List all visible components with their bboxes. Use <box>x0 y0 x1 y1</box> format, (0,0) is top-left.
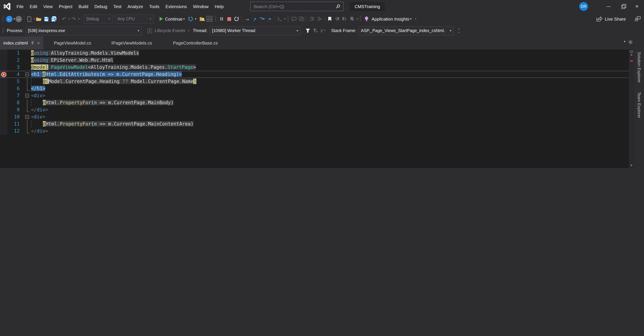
find-in-files-button[interactable] <box>198 15 206 22</box>
previous-bookmark-button[interactable] <box>334 15 341 22</box>
fold-collapse-icon[interactable]: − <box>25 115 29 119</box>
navigate-forward-button[interactable]: → <box>15 15 22 22</box>
redo-chevron[interactable]: ▾ <box>78 17 80 20</box>
send-feedback-icon[interactable] <box>634 16 641 22</box>
continue-icon[interactable] <box>158 15 165 22</box>
comment-button[interactable] <box>290 15 298 22</box>
right-tool-strip: Solution Explorer Team Explorer <box>634 36 644 168</box>
close-button[interactable]: × <box>630 1 644 12</box>
next-bookmark-button[interactable] <box>341 15 348 22</box>
pin-tab-icon[interactable] <box>31 41 34 45</box>
new-file-chevron[interactable]: ▾ <box>34 17 35 20</box>
open-folder-button[interactable] <box>35 15 42 22</box>
toolbar-grip[interactable] <box>288 16 289 22</box>
editor-options-gear-icon[interactable] <box>628 40 633 44</box>
solution-configuration-dropdown[interactable]: Debug▾ <box>84 14 113 24</box>
restore-button[interactable] <box>616 1 630 12</box>
menu-window[interactable]: Window <box>190 2 212 10</box>
continue-chevron[interactable]: ▾ <box>183 17 185 20</box>
toolbar-grip[interactable] <box>360 16 361 22</box>
thread-dropdown[interactable]: [10980] Worker Thread▾ <box>209 26 301 35</box>
undo-chevron[interactable]: ▾ <box>68 17 70 20</box>
menu-edit[interactable]: Edit <box>27 2 40 10</box>
redo-button[interactable]: ↷ <box>70 15 78 22</box>
stack-frame-dropdown[interactable]: ASP._Page_Views_StartPage_index_cshtml.▾ <box>358 26 454 35</box>
save-all-button[interactable] <box>50 15 57 22</box>
menu-extensions[interactable]: Extensions <box>162 2 190 10</box>
filter-flagged-icon[interactable] <box>312 27 319 34</box>
step-out-button[interactable]: ↑ <box>266 15 273 22</box>
toolbar-grip[interactable] <box>2 16 4 22</box>
code-cleanup-chevron[interactable]: ▾ <box>284 17 286 20</box>
fold-collapse-icon[interactable]: − <box>25 72 29 76</box>
application-insights-icon[interactable] <box>363 15 370 22</box>
save-button[interactable] <box>42 15 50 22</box>
debug-location-overflow-chevron[interactable]: ▾▾ <box>458 27 460 34</box>
menu-file[interactable]: File <box>14 2 27 10</box>
filter-threads-icon[interactable] <box>304 27 312 34</box>
process-dropdown[interactable]: [536] iisexpress.exe▾ <box>25 26 142 35</box>
minimize-button[interactable]: — <box>602 1 616 12</box>
show-next-statement-button[interactable]: → <box>243 15 251 22</box>
splitter-handle[interactable] <box>630 50 633 51</box>
scroll-up-icon[interactable]: ▲ <box>631 52 632 57</box>
code-editor[interactable]: 1 @using AlloyTraining.Models.ViewModels… <box>0 50 634 168</box>
uncomment-button[interactable] <box>298 15 305 22</box>
suspend-threads-icon[interactable] <box>319 27 326 34</box>
stop-debugging-button[interactable] <box>225 15 233 22</box>
quick-search-input[interactable]: Search (Ctrl+Q) <box>250 2 344 11</box>
menu-project[interactable]: Project <box>56 2 76 10</box>
lifecycle-events-chevron[interactable]: ▾ <box>188 29 190 32</box>
visual-studio-logo <box>3 2 12 11</box>
breakpoint-hit-icon[interactable] <box>1 72 6 77</box>
tab-index-cshtml[interactable]: index.cshtml × <box>0 36 43 50</box>
menu-debug[interactable]: Debug <box>91 2 110 10</box>
close-tab-icon[interactable]: × <box>37 40 40 46</box>
restart-chevron[interactable]: ▾ <box>195 17 196 20</box>
toggle-bookmark-button[interactable] <box>326 15 334 22</box>
tab-team-explorer[interactable]: Team Explorer <box>637 92 642 118</box>
solution-name[interactable]: CMSTraining <box>350 2 385 11</box>
toolbar-grip[interactable] <box>2 28 4 34</box>
lifecycle-events-icon[interactable] <box>146 27 153 34</box>
undo-button[interactable]: ↶ <box>60 15 68 22</box>
clear-bookmarks-button[interactable] <box>348 15 356 22</box>
restart-debugging-button[interactable] <box>233 15 240 22</box>
continue-button[interactable]: Continue <box>165 16 182 22</box>
menu-view[interactable]: View <box>40 2 56 10</box>
menu-help[interactable]: Help <box>212 2 227 10</box>
code-cleanup-button[interactable] <box>276 15 283 22</box>
tab-pageviewmodel-cs[interactable]: PageViewModel.cs <box>50 36 95 50</box>
toolbar-grip[interactable] <box>215 16 216 22</box>
application-insights-chevron[interactable]: ▾ <box>410 17 412 20</box>
tab-solution-explorer[interactable]: Solution Explorer <box>637 52 642 83</box>
toolbar-overflow-chevron[interactable]: ▾ <box>415 17 416 20</box>
scroll-down-icon[interactable]: ▼ <box>631 162 632 168</box>
bookmark-overflow-chevron[interactable]: ▾ <box>356 17 358 20</box>
application-insights-button[interactable]: Application Insights <box>372 16 409 22</box>
menu-analyze[interactable]: Analyze <box>124 2 146 10</box>
navigate-back-button[interactable]: ← <box>6 15 13 22</box>
solution-platform-dropdown[interactable]: Any CPU▾ <box>115 14 154 24</box>
tab-ipageviewmodels-cs[interactable]: IPageViewModels.cs <box>108 36 155 50</box>
tab-pagecontrollerbase-cs[interactable]: PageControllerBase.cs <box>170 36 221 50</box>
pause-button[interactable] <box>218 15 225 22</box>
fold-collapse-icon[interactable]: − <box>25 94 29 98</box>
browser-home-button[interactable] <box>206 15 213 22</box>
menu-test[interactable]: Test <box>110 2 124 10</box>
step-over-button[interactable]: ↷ <box>258 15 266 22</box>
live-share-button[interactable]: Live Share <box>605 16 626 22</box>
debug-location-toolbar: Process: [536] iisexpress.exe▾ Lifecycle… <box>0 25 644 36</box>
restart-button[interactable] <box>187 15 194 22</box>
menu-build[interactable]: Build <box>76 2 92 10</box>
editor-vertical-scrollbar[interactable]: ▲ ▼ <box>629 50 634 168</box>
menu-tools[interactable]: Tools <box>146 2 162 10</box>
lifecycle-events-button[interactable]: Lifecycle Events <box>155 28 185 33</box>
increase-indent-button[interactable] <box>316 15 323 22</box>
new-file-button[interactable] <box>26 15 33 22</box>
step-into-button[interactable]: ↓ <box>251 15 258 22</box>
navigate-back-chevron[interactable]: ▾ <box>14 17 15 20</box>
decrease-indent-button[interactable] <box>308 15 316 22</box>
user-avatar[interactable]: DR <box>579 2 588 11</box>
tab-list-chevron-icon[interactable]: ▾ <box>624 40 626 44</box>
